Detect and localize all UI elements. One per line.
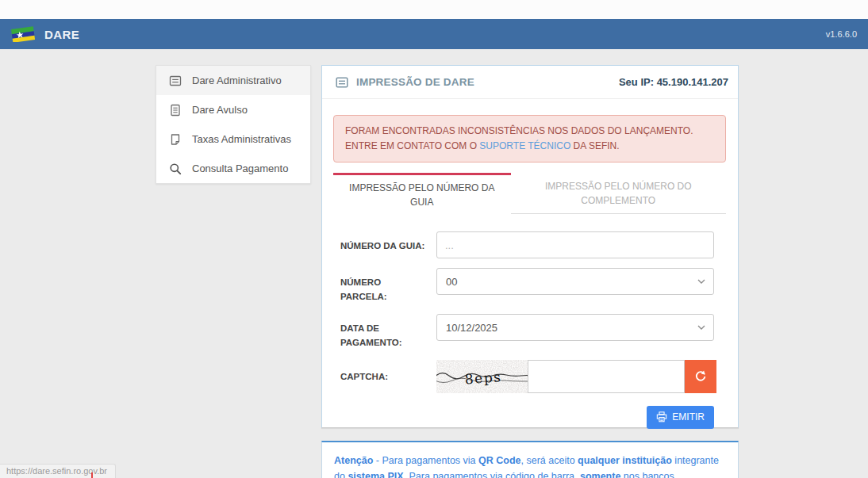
numero-guia-input[interactable] [436,231,714,258]
sidebar-item-label: Taxas Administrativas [192,133,291,145]
sidebar-item-dare-avulso[interactable]: Dare Avulso [156,95,310,124]
captcha-text: 8eps [464,369,502,387]
tab-bar: IMPRESSÃO PELO NÚMERO DA GUIA IMPRESSÃO … [333,173,726,214]
sidebar-item-label: Dare Avulso [192,104,248,116]
list-alt-icon [169,75,182,87]
guia-form: NÚMERO DA GUIA: NÚMERO PARCELA: 00 DATA … [322,214,738,428]
search-icon [169,163,182,175]
file-icon [169,133,182,146]
captcha-label: CAPTCHA: [340,360,436,393]
notice-text: . Para pagamentos via código de barra, [404,471,580,478]
sidebar-item-taxas-administrativas[interactable]: Taxas Administrativas [156,124,310,154]
panel-title: IMPRESSÃO DE DARE [356,76,474,88]
sidebar-item-label: Consulta Pagamento [192,163,288,174]
sidebar-item-dare-administrativo[interactable]: Dare Administrativo [156,66,310,95]
printer-icon [656,411,667,423]
numero-parcela-row: NÚMERO PARCELA: 00 [340,268,714,304]
file-text-icon [169,104,182,117]
impressao-dare-panel: IMPRESSÃO DE DARE Seu IP: 45.190.141.207… [321,65,739,428]
captcha-row: CAPTCHA: 8eps [340,360,714,393]
navbar: DARE v1.6.6.0 [0,19,868,49]
tab-impressao-numero-guia[interactable]: IMPRESSÃO PELO NÚMERO DA GUIA [333,173,511,214]
sidebar-item-label: Dare Administrativo [192,75,282,86]
data-pagamento-select[interactable]: 10/12/2025 [436,314,714,341]
numero-parcela-select[interactable]: 00 [436,268,714,295]
top-strip [0,0,868,19]
numero-guia-row: NÚMERO DA GUIA: [340,231,714,258]
error-text-after: DA SEFIN. [570,140,619,151]
chevron-down-icon [697,279,705,284]
chevron-down-icon [697,325,705,330]
notice-bold: somente [580,471,620,478]
list-alt-icon [336,76,348,89]
data-pagamento-value: 10/12/2025 [446,322,497,334]
numero-parcela-value: 00 [446,276,457,288]
pix-notice-panel: Atenção - Para pagamentos via QR Code, s… [321,441,739,478]
refresh-icon [694,370,707,383]
captcha-input[interactable] [528,360,685,393]
sidebar-item-consulta-pagamento[interactable]: Consulta Pagamento [156,154,310,183]
captcha-refresh-button[interactable] [685,360,716,393]
notice-bold: QR Code [478,455,520,466]
app-title: DARE [44,28,79,41]
error-alert: FORAM ENCONTRADAS INCONSISTÊNCIAS NOS DA… [333,115,726,163]
red-tick-artifact [91,472,93,478]
browser-status-tooltip: https://dare.sefin.ro.gov.br [0,464,116,478]
rondonia-flag-icon [11,26,35,42]
data-pagamento-row: DATA DE PAGAMENTO: 10/12/2025 [340,314,714,350]
submit-row: EMITIR [340,406,714,429]
numero-guia-label: NÚMERO DA GUIA: [340,231,436,258]
notice-bold: sistema PIX [348,471,403,478]
ip-address-label: Seu IP: 45.190.141.207 [619,76,728,88]
notice-bold: Atenção [334,455,373,466]
data-pagamento-label: DATA DE PAGAMENTO: [340,314,436,350]
suporte-tecnico-link[interactable]: SUPORTE TÉCNICO [479,140,570,151]
emitir-button[interactable]: EMITIR [647,406,714,429]
captcha-image: 8eps [436,360,528,393]
version-label: v1.6.6.0 [826,29,857,39]
emitir-button-label: EMITIR [672,411,705,423]
sidebar-menu: Dare Administrativo Dare Avulso Taxas Ad… [156,65,311,184]
panel-header: IMPRESSÃO DE DARE Seu IP: 45.190.141.207 [322,66,738,99]
notice-text: , será aceito [521,455,578,466]
numero-parcela-label: NÚMERO PARCELA: [340,268,436,304]
tab-impressao-numero-complemento[interactable]: IMPRESSÃO PELO NÚMERO DO COMPLEMENTO [511,173,727,214]
notice-bold: qualquer instituição [578,455,672,466]
notice-text: - Para pagamentos via [373,455,478,466]
